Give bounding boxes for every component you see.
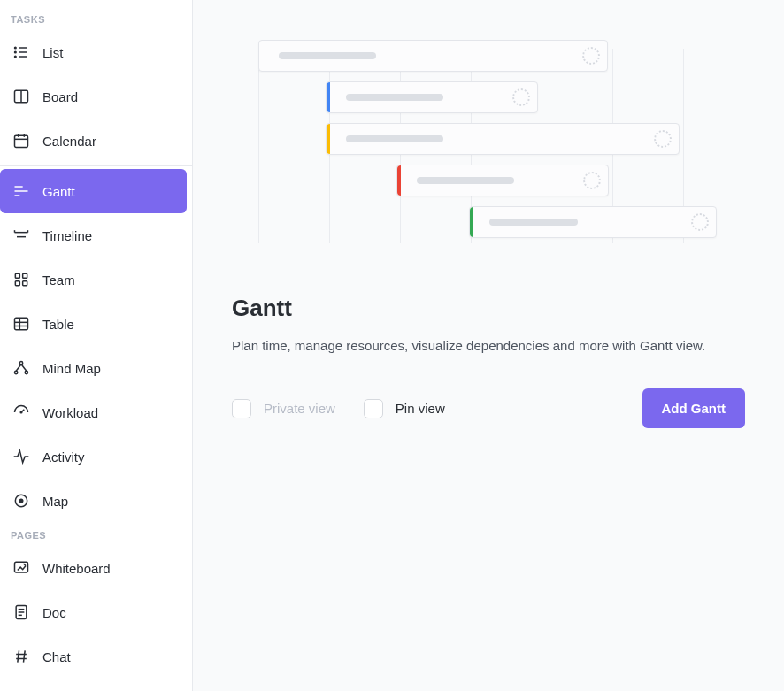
page-description: Plan time, manage resources, visualize d… bbox=[232, 338, 745, 353]
gantt-illustration bbox=[241, 40, 736, 252]
private-view-group: Private view bbox=[232, 399, 335, 418]
sidebar-item-label: Activity bbox=[42, 449, 85, 465]
sidebar-item-team[interactable]: Team bbox=[0, 257, 192, 302]
sidebar-item-label: Workload bbox=[42, 405, 98, 420]
sidebar-item-workload[interactable]: Workload bbox=[0, 390, 192, 434]
sidebar-item-label: Chat bbox=[42, 649, 71, 664]
pin-view-label: Pin view bbox=[396, 401, 445, 416]
sidebar-item-calendar[interactable]: Calendar bbox=[0, 119, 192, 163]
calendar-icon bbox=[12, 132, 30, 150]
mind-map-icon bbox=[12, 359, 30, 377]
sidebar-item-label: Doc bbox=[42, 605, 66, 620]
doc-icon bbox=[12, 603, 30, 621]
timeline-icon bbox=[12, 226, 30, 244]
svg-rect-17 bbox=[15, 273, 19, 278]
list-icon bbox=[12, 43, 30, 61]
sidebar-item-label: Timeline bbox=[42, 228, 92, 243]
svg-point-25 bbox=[19, 362, 22, 365]
team-icon bbox=[12, 271, 30, 288]
pin-view-group: Pin view bbox=[364, 399, 445, 418]
board-icon bbox=[12, 88, 30, 105]
sidebar-item-label: Map bbox=[42, 494, 68, 509]
svg-rect-19 bbox=[15, 281, 19, 286]
svg-point-4 bbox=[15, 56, 17, 58]
sidebar-item-map[interactable]: Map bbox=[0, 479, 192, 523]
private-view-label: Private view bbox=[264, 401, 335, 416]
sidebar-item-label: Team bbox=[42, 273, 75, 288]
sidebar-item-label: Mind Map bbox=[42, 361, 101, 376]
sidebar-item-label: Gantt bbox=[42, 184, 75, 199]
tasks-section-header: TASKS bbox=[0, 7, 192, 30]
sidebar-item-whiteboard[interactable]: Whiteboard bbox=[0, 546, 192, 590]
svg-rect-21 bbox=[15, 318, 28, 329]
sidebar-item-label: Board bbox=[42, 89, 78, 104]
hash-icon bbox=[12, 648, 30, 665]
divider bbox=[0, 165, 192, 166]
svg-point-2 bbox=[15, 51, 17, 53]
whiteboard-icon bbox=[12, 559, 30, 577]
sidebar-item-activity[interactable]: Activity bbox=[0, 434, 192, 479]
map-pin-icon bbox=[12, 492, 30, 510]
workload-icon bbox=[12, 403, 30, 421]
controls-row: Private view Pin view Add Gantt bbox=[232, 388, 745, 428]
svg-point-31 bbox=[20, 411, 22, 413]
table-icon bbox=[12, 315, 30, 333]
svg-line-28 bbox=[16, 365, 21, 372]
sidebar-item-mind-map[interactable]: Mind Map bbox=[0, 346, 192, 390]
sidebar-item-label: List bbox=[42, 45, 63, 60]
svg-line-42 bbox=[24, 650, 26, 662]
svg-rect-20 bbox=[23, 281, 27, 286]
svg-rect-18 bbox=[23, 273, 27, 278]
sidebar-item-timeline[interactable]: Timeline bbox=[0, 213, 192, 257]
sidebar-item-doc[interactable]: Doc bbox=[0, 590, 192, 634]
sidebar-item-label: Table bbox=[42, 317, 74, 332]
private-view-checkbox[interactable] bbox=[232, 399, 251, 418]
svg-point-33 bbox=[19, 499, 24, 503]
sidebar-item-label: Calendar bbox=[42, 134, 96, 149]
sidebar-item-label: Whiteboard bbox=[42, 561, 111, 576]
svg-point-26 bbox=[15, 371, 18, 373]
sidebar-item-board[interactable]: Board bbox=[0, 74, 192, 119]
pages-section-header: PAGES bbox=[0, 523, 192, 546]
pin-view-checkbox[interactable] bbox=[364, 399, 383, 418]
gantt-icon bbox=[12, 182, 30, 200]
activity-icon bbox=[12, 448, 30, 465]
sidebar: TASKS List Board Calendar Gantt Timeline bbox=[0, 0, 193, 691]
svg-point-27 bbox=[25, 371, 27, 373]
main-content: Gantt Plan time, manage resources, visua… bbox=[193, 0, 784, 691]
page-title: Gantt bbox=[232, 295, 745, 322]
sidebar-item-chat[interactable]: Chat bbox=[0, 634, 192, 679]
sidebar-item-gantt[interactable]: Gantt bbox=[0, 169, 187, 213]
svg-rect-8 bbox=[15, 135, 28, 147]
svg-line-41 bbox=[18, 650, 19, 662]
add-gantt-button[interactable]: Add Gantt bbox=[642, 388, 746, 428]
svg-point-0 bbox=[15, 47, 17, 49]
svg-line-29 bbox=[21, 365, 27, 372]
sidebar-item-table[interactable]: Table bbox=[0, 302, 192, 346]
sidebar-item-list[interactable]: List bbox=[0, 30, 192, 74]
